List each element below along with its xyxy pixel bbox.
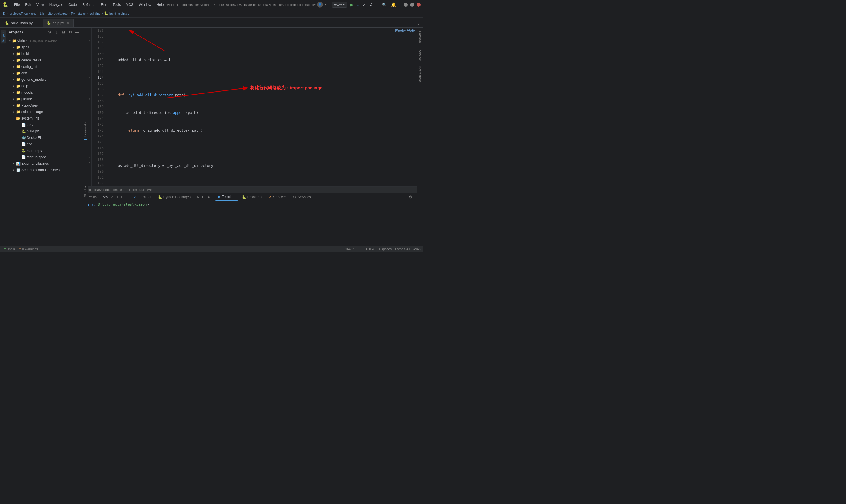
tree-build[interactable]: 📁 build <box>6 51 83 57</box>
language-info[interactable]: Python 3.10 (env) <box>395 247 421 251</box>
warnings-status[interactable]: ⚠ 0 warnings <box>18 247 38 251</box>
tree-config[interactable]: 📁 config_init <box>6 64 83 70</box>
tree-docker[interactable]: 🐳 DockerFile <box>6 134 83 141</box>
bc-building[interactable]: building <box>89 12 101 15</box>
structure-tab[interactable]: Structure <box>84 185 87 197</box>
bc-env[interactable]: env <box>31 12 36 15</box>
bc-bottom-func[interactable]: find_binary_dependencies() <box>86 188 126 192</box>
sidebar-collapse-btn[interactable]: ⊟ <box>60 29 66 35</box>
tab-close-build[interactable]: ✕ <box>34 21 38 25</box>
global-search-button[interactable]: 🔍 <box>380 1 388 8</box>
sidebar-expand-btn[interactable]: ⇅ <box>53 29 59 35</box>
notifications-tab[interactable]: Notifications <box>417 64 422 85</box>
menu-view[interactable]: View <box>34 2 47 7</box>
maximize-button[interactable]: □ <box>410 3 414 7</box>
tree-apps[interactable]: 📁 apps <box>6 44 83 51</box>
bc-site[interactable]: site-packages <box>48 12 68 15</box>
tab-help[interactable]: 🐍 help.py ✕ <box>43 18 74 27</box>
bottom-tab-todo[interactable]: ☑ TODO <box>194 194 214 201</box>
tab-py-icon2: 🐍 <box>47 21 51 25</box>
tree-startup[interactable]: 🐍 startup.py <box>6 147 83 154</box>
bookmark-indicator[interactable] <box>84 139 87 142</box>
close-session-btn[interactable]: ✕ <box>111 195 114 199</box>
code-text[interactable]: 将此行代码修改为：import package added_dll_direct… <box>106 28 423 186</box>
tree-help[interactable]: 📁 help <box>6 83 83 89</box>
menu-window[interactable]: Window <box>136 2 154 7</box>
menu-vcs[interactable]: VCS <box>124 2 136 7</box>
tab-build-main[interactable]: 🐍 build_main.py ✕ <box>1 18 42 27</box>
tree-publicview[interactable]: 📁 PublicView <box>6 102 83 109</box>
tree-generic[interactable]: 📁 generic_module <box>6 76 83 83</box>
bottom-minimize-btn[interactable]: — <box>415 194 421 200</box>
user-dropdown[interactable]: ▾ <box>325 3 326 6</box>
menu-refactor[interactable]: Refactor <box>80 2 98 7</box>
tree-spec[interactable]: 📄 startup.spec <box>6 154 83 160</box>
menu-edit[interactable]: Edit <box>23 2 34 7</box>
sidebar-close-btn[interactable]: — <box>74 29 80 35</box>
cursor-position[interactable]: 164:59 <box>345 247 355 251</box>
menu-code[interactable]: Code <box>66 2 79 7</box>
tree-ssio[interactable]: 📁 ssio_package <box>6 109 83 115</box>
bottom-tab-terminal[interactable]: ▶ Terminal <box>215 194 238 201</box>
sidebar-gear-btn[interactable]: ⚙ <box>67 29 73 35</box>
pc-icon: 🐍 <box>242 195 246 199</box>
indent-info[interactable]: 4 spaces <box>379 247 392 251</box>
terminal-session[interactable]: Local <box>101 195 108 199</box>
bottom-tab-services[interactable]: ⚙ Services <box>290 194 314 201</box>
bc-projects[interactable]: projectsFiles <box>10 12 28 15</box>
sync-button[interactable]: ↺ <box>369 2 373 7</box>
tab-more[interactable]: ⋮ <box>416 22 422 27</box>
tree-root-vision[interactable]: 📁 vision D:\projectsFiles\vision <box>6 38 83 44</box>
tree-system[interactable]: 📂 system_init <box>6 115 83 122</box>
database-tab[interactable]: Database <box>417 29 422 46</box>
encoding[interactable]: UTF-8 <box>366 247 375 251</box>
tree-celery[interactable]: 📁 celery_tasks <box>6 57 83 64</box>
bottom-tab-python-packages[interactable]: 🐍 Python Packages <box>155 194 194 201</box>
bookmarks-tab[interactable]: Bookmarks <box>84 122 87 137</box>
www-button[interactable]: www ▾ <box>332 2 347 7</box>
notification-button[interactable]: 🔔 <box>390 2 396 7</box>
tree-picture[interactable]: 📁 picture <box>6 96 83 102</box>
bottom-tab-python-console[interactable]: 🐍 Problems <box>239 194 265 201</box>
bc-d[interactable]: D: <box>3 12 6 15</box>
line-ending[interactable]: LF <box>359 247 362 251</box>
tree-scratches[interactable]: 🗒️ Scratches and Consoles <box>6 167 83 173</box>
menu-navigate[interactable]: Navigate <box>47 2 66 7</box>
bc-file[interactable]: 🐍 build_main.py <box>104 12 129 15</box>
terminal-more-btn[interactable]: ▾ <box>121 195 123 199</box>
git-status[interactable]: ⎇ main <box>2 247 15 251</box>
bc-lib[interactable]: Lib <box>40 12 44 15</box>
tree-models[interactable]: 📁 models <box>6 89 83 96</box>
bc-pyinstaller[interactable]: PyInstaller <box>71 12 86 15</box>
add-terminal-btn[interactable]: + <box>116 194 119 200</box>
ln-173: 173 <box>92 127 104 133</box>
user-avatar[interactable]: 👤 <box>317 2 323 7</box>
bc-bottom-if[interactable]: if compat.is_win <box>129 188 152 192</box>
update-button[interactable]: ↓ <box>357 2 359 7</box>
menu-help[interactable]: Help <box>154 2 166 7</box>
sidebar-scope-btn[interactable]: ⊙ <box>46 29 52 35</box>
project-dropdown[interactable]: Project ▾ <box>9 30 23 34</box>
terminal-content[interactable]: (env) D:\projectsFiles\vision> <box>83 201 423 246</box>
tree-buildpy[interactable]: 🐍 build.py <box>6 128 83 134</box>
menu-tools[interactable]: Tools <box>110 2 123 7</box>
tree-ext-libs[interactable]: 📊 External Libraries <box>6 160 83 167</box>
tab-close-help[interactable]: ✕ <box>66 21 70 25</box>
menu-run[interactable]: Run <box>98 2 110 7</box>
build-arrow-button[interactable]: ↙ <box>362 2 366 7</box>
minimize-button[interactable]: — <box>403 3 408 7</box>
menu-file[interactable]: File <box>12 2 22 7</box>
bottom-settings-btn[interactable]: ⚙ <box>408 194 414 200</box>
tree-env[interactable]: 📄 .env <box>6 122 83 128</box>
tree-dist[interactable]: 📁 dist <box>6 70 83 76</box>
project-panel-tab[interactable]: Project <box>1 30 5 43</box>
reader-mode-label[interactable]: Reader Mode <box>396 29 415 32</box>
tree-rtxt[interactable]: 📄 r.txt <box>6 141 83 147</box>
bottom-tab-version-control[interactable]: ⎇ Terminal <box>129 194 154 201</box>
sciview-tab[interactable]: SciView <box>417 48 422 62</box>
terminal-cursor: > <box>147 202 149 206</box>
run-button[interactable]: ▶ <box>350 2 354 7</box>
bottom-tab-problems[interactable]: ⚠ Services <box>266 194 290 201</box>
close-button[interactable]: ✕ <box>416 3 421 7</box>
fold-169: ▾ <box>89 97 90 101</box>
